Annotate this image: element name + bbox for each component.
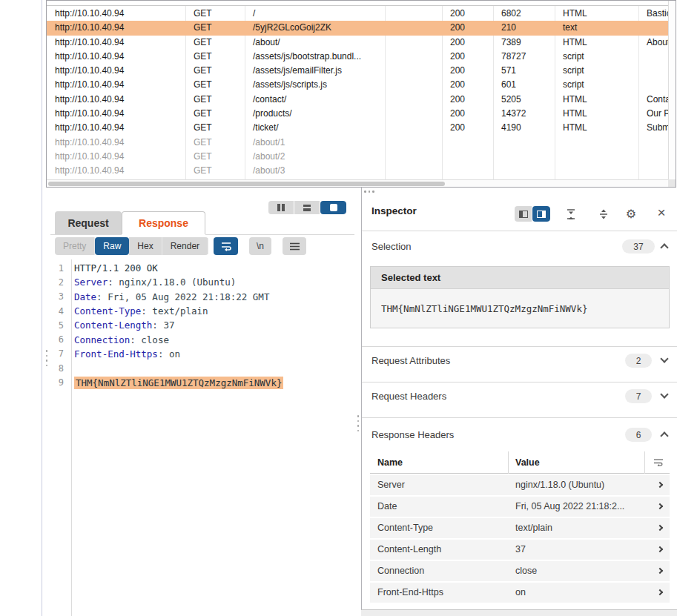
panel-right-icon bbox=[537, 211, 546, 218]
request-headers-count-badge: 7 bbox=[625, 389, 652, 403]
line-number: 1 bbox=[50, 263, 69, 274]
inspector-dock-left-button[interactable] bbox=[515, 206, 532, 222]
header-value: text/plain bbox=[515, 523, 649, 533]
response-header-row[interactable]: Connection close bbox=[370, 561, 670, 581]
response-headers-table: Name Value Server nginx/1.18.0 (Ubuntu) … bbox=[370, 451, 670, 603]
pretty-view-button[interactable]: Pretty bbox=[55, 237, 95, 255]
line-number: 3 bbox=[50, 291, 69, 302]
response-line: 6Connection: close bbox=[50, 332, 356, 346]
render-view-button[interactable]: Render bbox=[162, 237, 208, 255]
layout-columns-button[interactable] bbox=[268, 201, 294, 214]
line-number: 4 bbox=[50, 306, 69, 317]
http-history-panel: http://10.10.40.94GET/ 2006802 HTMLBasti… bbox=[46, 0, 676, 188]
header-name: Server bbox=[377, 480, 405, 490]
expand-all-button[interactable] bbox=[596, 207, 611, 222]
response-header-row[interactable]: Date Fri, 05 Aug 2022 21:18:2... bbox=[370, 497, 670, 517]
history-row[interactable]: http://10.10.40.94GET/contact/ 2005205 H… bbox=[47, 93, 668, 107]
hamburger-menu-icon bbox=[290, 242, 300, 251]
selection-count-badge: 37 bbox=[622, 239, 655, 254]
history-row[interactable]: http://10.10.40.94GET/about/3 bbox=[47, 164, 668, 178]
response-line: 2Server: nginx/1.18.0 (Ubuntu) bbox=[50, 275, 356, 289]
line-number: 6 bbox=[50, 334, 69, 345]
history-vertical-scrollbar[interactable] bbox=[668, 1, 676, 179]
scrollbar-corner bbox=[668, 179, 676, 187]
hex-view-button[interactable]: Hex bbox=[129, 237, 162, 255]
raw-view-button[interactable]: Raw bbox=[95, 237, 129, 255]
header-value: 37 bbox=[515, 544, 649, 554]
history-row[interactable]: http://10.10.40.94GET/ticket/ 2004190 HT… bbox=[47, 121, 668, 135]
selected-text-header: Selected text bbox=[371, 267, 669, 289]
inspector-panel: Inspector ⚙ × Selection 37 Selecte bbox=[361, 188, 677, 610]
response-header-row[interactable]: Server nginx/1.18.0 (Ubuntu) bbox=[370, 475, 670, 495]
request-attributes-count-badge: 2 bbox=[625, 354, 652, 368]
name-column-header: Name bbox=[377, 457, 403, 468]
chevron-right-icon[interactable] bbox=[657, 525, 663, 531]
inspector-top-drag-handle[interactable] bbox=[364, 191, 374, 193]
show-newlines-button[interactable]: \n bbox=[249, 237, 271, 255]
response-line: 9THM{NmNlZTliNGE1MWU1ZTQzMzgzNmFiNWVk} bbox=[50, 375, 356, 389]
line-number: 2 bbox=[50, 277, 69, 288]
response-raw-view[interactable]: 1HTTP/1.1 200 OK2Server: nginx/1.18.0 (U… bbox=[50, 261, 356, 390]
response-header-row[interactable]: Front-End-Https on bbox=[370, 583, 670, 603]
tab-response[interactable]: Response bbox=[122, 211, 205, 234]
chevron-right-icon[interactable] bbox=[657, 503, 663, 509]
page-left-divider bbox=[42, 0, 42, 616]
history-row[interactable]: http://10.10.40.94GET/about/4 bbox=[47, 179, 668, 181]
columns-view-icon bbox=[282, 204, 285, 211]
response-header-row[interactable]: Content-Length 37 bbox=[370, 540, 670, 560]
layout-single-button[interactable] bbox=[320, 201, 346, 214]
history-hscrollbar-thumb[interactable] bbox=[48, 182, 445, 186]
history-row[interactable]: http://10.10.40.94GET/products/ 20014372… bbox=[47, 107, 668, 121]
chevron-down-icon[interactable] bbox=[660, 390, 668, 398]
section-divider bbox=[362, 346, 677, 347]
chevron-right-icon[interactable] bbox=[657, 482, 663, 488]
tab-bar-line bbox=[50, 234, 122, 235]
chevron-up-icon[interactable] bbox=[660, 243, 668, 251]
chevron-right-icon[interactable] bbox=[657, 546, 663, 552]
inspector-settings-button[interactable]: ⚙ bbox=[624, 206, 638, 221]
history-row[interactable]: http://10.10.40.94GET/about/ 2007389 HTM… bbox=[47, 36, 668, 50]
word-wrap-button[interactable] bbox=[214, 237, 238, 255]
collapse-all-icon bbox=[565, 208, 577, 220]
history-row[interactable]: http://10.10.40.94GET/assets/js/emailFil… bbox=[47, 64, 668, 78]
history-row[interactable]: http://10.10.40.94GET/about/2 bbox=[47, 150, 668, 164]
layout-rows-button[interactable] bbox=[294, 201, 320, 214]
collapse-all-button[interactable] bbox=[564, 207, 578, 222]
tab-request[interactable]: Request bbox=[55, 211, 122, 234]
history-row[interactable]: http://10.10.40.94GET/assets/js/scripts.… bbox=[47, 78, 668, 92]
history-table-rows: http://10.10.40.94GET/ 2006802 HTMLBasti… bbox=[47, 7, 668, 181]
section-request-headers-label[interactable]: Request Headers bbox=[371, 391, 446, 402]
history-row[interactable]: http://10.10.40.94GET/ 2006802 HTMLBasti… bbox=[47, 7, 668, 21]
inspector-layout-toggle bbox=[515, 206, 550, 222]
rows-view-icon bbox=[303, 208, 311, 211]
response-header-row[interactable]: Content-Type text/plain bbox=[370, 518, 670, 538]
response-view-segmented: Pretty Raw Hex Render bbox=[55, 237, 208, 255]
table-wrap-icon[interactable] bbox=[653, 457, 664, 468]
history-row[interactable]: http://10.10.40.94GET/assets/js/bootstra… bbox=[47, 50, 668, 64]
section-response-headers-label[interactable]: Response Headers bbox=[371, 429, 454, 440]
line-number: 9 bbox=[50, 377, 69, 388]
chevron-up-icon[interactable] bbox=[660, 431, 668, 440]
response-line: 7Front-End-Https: on bbox=[50, 347, 356, 361]
section-request-attributes-label[interactable]: Request Attributes bbox=[371, 355, 450, 366]
close-icon: × bbox=[657, 205, 665, 221]
selected-text-box: Selected text THM{NmNlZTliNGE1MWU1ZTQzMz… bbox=[370, 266, 670, 328]
header-name: Front-End-Https bbox=[377, 587, 443, 597]
section-selection-label[interactable]: Selection bbox=[371, 241, 411, 252]
inspector-bottom-strip bbox=[361, 610, 677, 616]
inspector-close-button[interactable]: × bbox=[654, 205, 669, 220]
chevron-down-icon[interactable] bbox=[660, 354, 668, 362]
section-divider bbox=[362, 382, 677, 382]
history-row[interactable]: http://10.10.40.94GET/about/1 bbox=[47, 136, 668, 150]
response-headers-count-badge: 6 bbox=[625, 428, 652, 442]
value-column-header: Value bbox=[515, 457, 540, 468]
editor-menu-button[interactable] bbox=[283, 237, 306, 255]
editor-left-drag-handle[interactable] bbox=[45, 350, 48, 366]
response-line: 4Content-Type: text/plain bbox=[50, 304, 356, 318]
response-line: 5Content-Length: 37 bbox=[50, 318, 356, 332]
chevron-right-icon[interactable] bbox=[657, 568, 663, 574]
inspector-splitter-drag-handle[interactable] bbox=[357, 415, 360, 431]
chevron-right-icon[interactable] bbox=[657, 589, 663, 595]
history-row[interactable]: http://10.10.40.94GET/5yjR2GLcoGoij2ZK 2… bbox=[47, 21, 668, 35]
inspector-dock-right-button[interactable] bbox=[532, 206, 550, 222]
